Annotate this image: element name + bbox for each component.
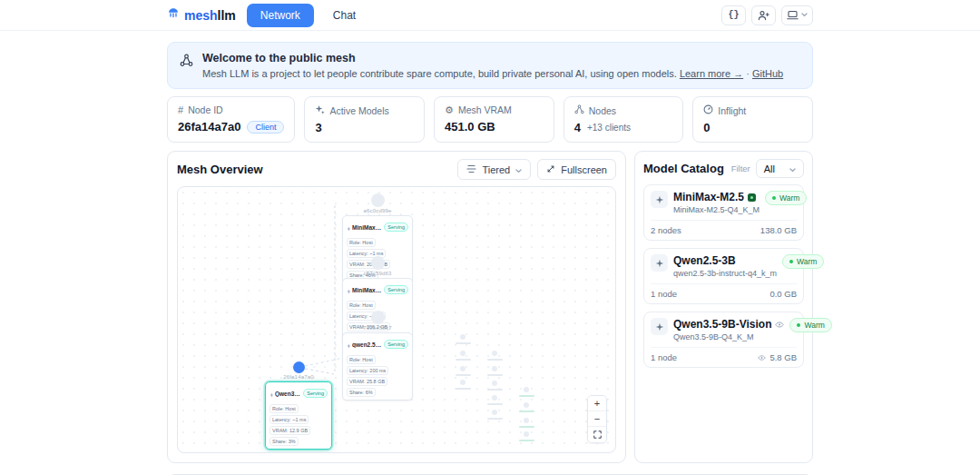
brand-text: meshllm xyxy=(184,8,236,23)
eye-icon xyxy=(758,352,766,362)
banner-description-text: Mesh LLM is a project to let people cont… xyxy=(202,68,677,79)
filter-select-value: All xyxy=(764,163,775,174)
client-dot xyxy=(492,395,497,401)
page-content: Welcome to the public mesh Mesh LLM is a… xyxy=(167,42,813,475)
laptop-icon xyxy=(787,10,799,20)
client-label-bar xyxy=(487,418,503,420)
chevron-down-icon xyxy=(789,163,796,174)
banner-title: Welcome to the public mesh xyxy=(202,52,783,64)
model-info: Qwen3.5-9B-Vision Qwen3.5-9B-Q4_K_M xyxy=(673,318,784,341)
client-node[interactable] xyxy=(485,381,504,391)
gear-icon: ⚙ xyxy=(445,105,454,115)
mesh-graph-canvas[interactable]: a6c0cd99e MiniMax-M2.5 Serving Role: Hos… xyxy=(177,186,616,453)
client-node[interactable] xyxy=(485,410,504,420)
model-size-value: 0.0 GB xyxy=(769,289,797,299)
client-node[interactable] xyxy=(517,431,535,441)
warm-label: Warm xyxy=(779,193,799,203)
node-chip-share: Share: 6% xyxy=(347,388,376,397)
client-node[interactable] xyxy=(517,387,535,397)
hash-icon: # xyxy=(178,105,183,115)
filter-label: Filter xyxy=(731,163,750,173)
tab-network[interactable]: Network xyxy=(247,4,314,27)
client-label-bar xyxy=(519,395,534,397)
chevron-down-icon xyxy=(515,164,522,175)
node-chip-latency: Latency: ~1 ms xyxy=(270,415,309,424)
banner-separator: · xyxy=(746,68,750,79)
client-dot xyxy=(460,334,466,340)
mesh-host-node[interactable]: 7336e58c7 qwen2.5-3b-instruct-q4_k_m Ser… xyxy=(342,311,413,401)
client-node[interactable] xyxy=(454,366,472,376)
learn-more-link[interactable]: Learn more → xyxy=(680,68,743,79)
model-node-count: 1 node xyxy=(651,352,677,362)
main-nav: Network Chat xyxy=(247,4,369,27)
client-node[interactable] xyxy=(454,351,472,361)
nodes-icon xyxy=(574,104,584,116)
client-node[interactable] xyxy=(454,334,472,344)
gauge-icon xyxy=(703,104,713,116)
brand-llm: llm xyxy=(218,8,236,23)
client-dot xyxy=(492,366,497,371)
fit-view-button[interactable] xyxy=(588,427,606,442)
node-chip-role: Role: Host xyxy=(347,355,376,364)
mesh-overview-title: Mesh Overview xyxy=(177,163,263,176)
model-info: MiniMax-M2.5 MiniMax-M2.5-Q4_K_M xyxy=(673,191,760,214)
stat-node-id: #Node ID 26fa14a7a0Client xyxy=(167,96,295,143)
node-chip-latency: Latency: 200 ms xyxy=(347,366,388,375)
model-size: 0.0 GB xyxy=(769,289,797,299)
api-button[interactable]: {} xyxy=(721,5,746,25)
stat-label: Active Models xyxy=(329,105,388,116)
stat-inflight: Inflight 0 xyxy=(692,96,813,143)
fullscreen-button[interactable]: Fullscreen xyxy=(537,159,616,180)
person-plus-icon xyxy=(758,10,769,21)
tab-chat[interactable]: Chat xyxy=(319,4,369,27)
github-link[interactable]: GitHub xyxy=(752,68,783,79)
client-node[interactable] xyxy=(517,418,535,428)
filter-select[interactable]: All xyxy=(756,159,804,178)
client-node[interactable] xyxy=(454,380,472,390)
expand-icon xyxy=(546,164,555,175)
node-chip-vram: VRAM: 12.9 GB xyxy=(270,426,310,435)
client-dot xyxy=(492,410,497,415)
mesh-overview-panel: Mesh Overview Tiered Fullscreen xyxy=(167,151,626,463)
model-card-qwen25[interactable]: Qwen2.5-3B qwen2.5-3b-instruct-q4_k_m Wa… xyxy=(643,248,804,304)
model-info: Qwen2.5-3B qwen2.5-3b-instruct-q4_k_m xyxy=(673,254,777,278)
invite-button[interactable] xyxy=(751,5,776,25)
node-avatar xyxy=(371,311,385,324)
serving-badge: Serving xyxy=(303,389,328,398)
model-card-minimax[interactable]: MiniMax-M2.5 MiniMax-M2.5-Q4_K_M Warm 2 … xyxy=(643,184,804,241)
device-selector-button[interactable] xyxy=(781,5,813,25)
model-variant: Qwen3.5-9B-Q4_K_M xyxy=(673,332,784,341)
client-node[interactable] xyxy=(485,366,504,376)
client-node[interactable] xyxy=(517,402,535,412)
node-model-name: qwen2.5-3b-instruct-q4_k_m xyxy=(352,341,382,348)
bolt-icon xyxy=(347,282,350,298)
client-node[interactable] xyxy=(485,395,504,405)
model-card-qwen35-vision[interactable]: Qwen3.5-9B-Vision Qwen3.5-9B-Q4_K_M Warm… xyxy=(643,312,804,368)
bolt-icon xyxy=(270,385,273,401)
model-size-value: 138.0 GB xyxy=(760,225,797,235)
zoom-out-button[interactable]: − xyxy=(588,411,606,427)
client-label-bar xyxy=(519,426,534,428)
model-node-count: 1 node xyxy=(651,289,677,299)
node-id-label: 26fa14a7a0 xyxy=(283,374,314,380)
client-node[interactable] xyxy=(485,351,504,361)
fullscreen-label: Fullscreen xyxy=(561,164,607,175)
warm-dot-icon xyxy=(772,196,776,200)
stat-nodes: Nodes 4+13 clients xyxy=(564,96,684,143)
model-name: MiniMax-M2.5 xyxy=(673,191,744,203)
tiered-layout-icon xyxy=(466,164,476,175)
client-dot xyxy=(460,366,466,371)
mesh-self-node[interactable]: 26fa14a7a0 Qwen3.5-9B Serving Role: Host… xyxy=(265,361,332,450)
model-size: 138.0 GB xyxy=(760,225,797,235)
brand-logo[interactable]: meshllm xyxy=(167,7,236,23)
stat-value: 451.0 GB xyxy=(445,120,495,134)
model-variant: qwen2.5-3b-instruct-q4_k_m xyxy=(673,269,777,278)
client-label-bar xyxy=(519,411,534,412)
graph-zoom-controls: + − xyxy=(587,395,607,443)
layout-select[interactable]: Tiered xyxy=(457,159,531,180)
warm-label: Warm xyxy=(804,321,824,330)
node-avatar xyxy=(371,256,385,270)
bolt-icon xyxy=(347,336,350,352)
zoom-in-button[interactable]: + xyxy=(588,396,606,411)
chevron-down-icon xyxy=(801,13,808,17)
